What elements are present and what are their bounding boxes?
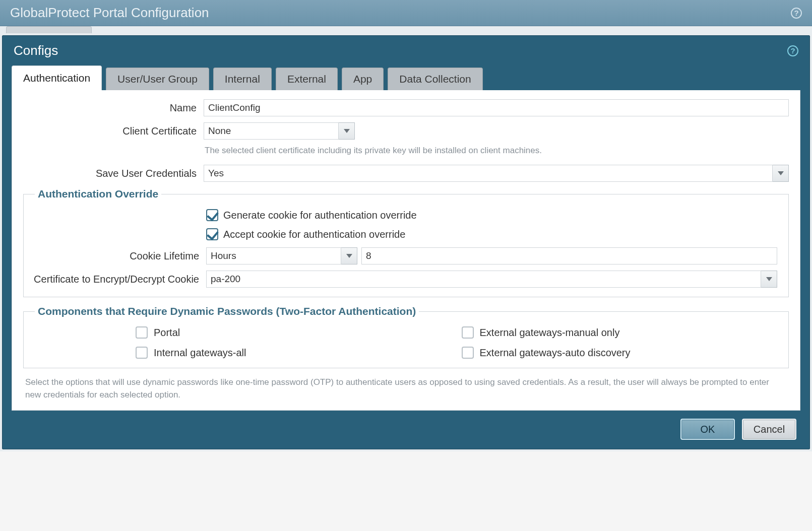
row-generate-cookie: Generate cookie for authentication overr… <box>206 209 777 221</box>
tab-authentication[interactable]: Authentication <box>12 65 102 90</box>
checkbox-external-manual[interactable] <box>462 326 474 339</box>
row-cert-cookie: Certificate to Encrypt/Decrypt Cookie pa… <box>26 271 777 288</box>
outer-dialog-title: GlobalProtect Portal Configuration <box>10 5 209 21</box>
label-external-manual: External gateways-manual only <box>480 327 620 339</box>
background-tab-strip <box>2 26 810 35</box>
name-input[interactable] <box>204 99 789 116</box>
inner-dialog: Configs ? Authentication User/User Group… <box>2 35 810 449</box>
cert-cookie-value: pa-200 <box>206 271 761 288</box>
help-icon[interactable]: ? <box>787 45 798 56</box>
row-external-auto: External gateways-auto discovery <box>462 347 758 359</box>
tab-strip: Authentication User/User Group Internal … <box>3 65 809 90</box>
dynamic-passwords-hint: Select the options that will use dynamic… <box>25 376 787 401</box>
cookie-lifetime-unit-value: Hours <box>206 247 341 264</box>
outer-dialog-body: Configs ? Authentication User/User Group… <box>0 26 812 451</box>
help-icon[interactable]: ? <box>791 8 802 19</box>
client-certificate-value: None <box>204 122 339 140</box>
row-cookie-lifetime: Cookie Lifetime Hours <box>26 247 777 264</box>
label-name: Name <box>23 102 200 114</box>
dropdown-arrow-icon[interactable] <box>339 122 355 140</box>
client-certificate-hint: The selected client certificate includin… <box>205 146 789 156</box>
svg-marker-0 <box>344 129 350 133</box>
save-user-credentials-value: Yes <box>204 165 773 182</box>
row-external-manual: External gateways-manual only <box>462 326 758 339</box>
cookie-lifetime-value-input[interactable] <box>361 247 777 264</box>
tab-data-collection[interactable]: Data Collection <box>388 68 482 90</box>
outer-dialog-header: GlobalProtect Portal Configuration ? <box>0 0 812 26</box>
inner-dialog-header: Configs ? <box>3 36 809 65</box>
label-internal-all: Internal gateways-all <box>154 347 246 359</box>
checkbox-external-auto[interactable] <box>462 347 474 359</box>
label-client-certificate: Client Certificate <box>23 125 200 137</box>
tab-internal[interactable]: Internal <box>213 68 272 90</box>
label-external-auto: External gateways-auto discovery <box>480 347 631 359</box>
row-portal: Portal <box>136 326 431 339</box>
row-internal-all: Internal gateways-all <box>136 347 431 359</box>
tab-external[interactable]: External <box>276 68 338 90</box>
dropdown-arrow-icon[interactable] <box>341 247 357 264</box>
svg-marker-1 <box>778 171 784 175</box>
row-client-certificate: Client Certificate None <box>23 122 789 140</box>
dynamic-passwords-options: Portal External gateways-manual only Int… <box>136 326 757 359</box>
label-cert-cookie: Certificate to Encrypt/Decrypt Cookie <box>26 274 202 285</box>
label-accept-cookie: Accept cookie for authentication overrid… <box>223 229 405 240</box>
cookie-lifetime-unit-select[interactable]: Hours <box>206 247 357 264</box>
ok-button[interactable]: OK <box>680 419 735 440</box>
dropdown-arrow-icon[interactable] <box>761 271 777 288</box>
checkbox-portal[interactable] <box>136 326 148 339</box>
label-portal: Portal <box>154 327 180 339</box>
svg-marker-3 <box>766 277 772 281</box>
row-accept-cookie: Accept cookie for authentication overrid… <box>206 228 777 240</box>
svg-marker-2 <box>346 254 352 258</box>
checkbox-generate-cookie[interactable] <box>206 209 218 221</box>
row-save-user-credentials: Save User Credentials Yes <box>23 165 789 182</box>
checkbox-accept-cookie[interactable] <box>206 228 218 240</box>
label-save-user-credentials: Save User Credentials <box>23 168 200 179</box>
background-tab <box>6 26 92 33</box>
label-generate-cookie: Generate cookie for authentication overr… <box>223 210 417 221</box>
tab-content-authentication: Name Client Certificate None The selecte… <box>12 90 800 411</box>
button-bar: OK Cancel <box>3 411 809 443</box>
checkbox-internal-all[interactable] <box>136 347 148 359</box>
row-name: Name <box>23 99 789 116</box>
save-user-credentials-select[interactable]: Yes <box>204 165 789 182</box>
group-authentication-override: Authentication Override Generate cookie … <box>23 188 789 297</box>
legend-authentication-override: Authentication Override <box>35 188 161 200</box>
label-cookie-lifetime: Cookie Lifetime <box>26 250 202 262</box>
group-dynamic-passwords: Components that Require Dynamic Password… <box>23 305 789 368</box>
cancel-button[interactable]: Cancel <box>742 419 796 440</box>
tab-app[interactable]: App <box>342 68 384 90</box>
tab-user-user-group[interactable]: User/User Group <box>106 68 209 90</box>
legend-dynamic-passwords: Components that Require Dynamic Password… <box>35 305 419 317</box>
inner-dialog-title: Configs <box>14 43 58 58</box>
cert-cookie-select[interactable]: pa-200 <box>206 271 777 288</box>
dropdown-arrow-icon[interactable] <box>773 165 789 182</box>
client-certificate-select[interactable]: None <box>204 122 355 140</box>
